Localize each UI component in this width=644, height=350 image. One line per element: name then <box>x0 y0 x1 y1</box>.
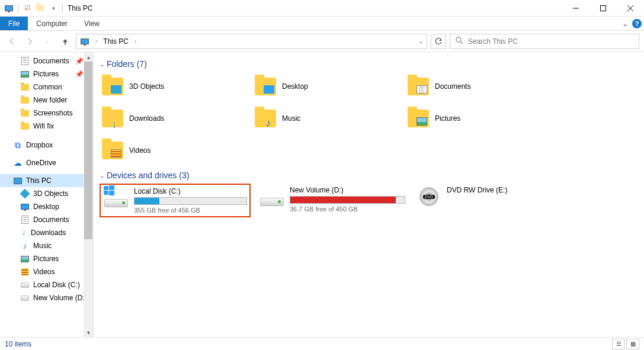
nav-pictures[interactable]: Pictures📌 <box>0 68 93 81</box>
nav-forward-button[interactable] <box>23 34 37 49</box>
content-area[interactable]: ⌄ Folders (7) 3D Objects Desktop Documen… <box>94 52 644 337</box>
nav-item-label: Pictures <box>33 255 59 263</box>
minimize-button[interactable] <box>562 0 589 17</box>
nav-up-button[interactable] <box>58 34 72 49</box>
svg-rect-1 <box>601 5 606 11</box>
help-button[interactable]: ? <box>630 17 644 30</box>
nav-screenshots[interactable]: Screenshots <box>0 107 93 120</box>
drive-dvd-e[interactable]: DVD DVD RW Drive (E:) <box>414 184 565 217</box>
search-box[interactable] <box>450 34 639 49</box>
qat-properties-icon[interactable]: ☑ <box>22 3 33 14</box>
drive-usage-bar <box>134 197 247 205</box>
maximize-button[interactable] <box>589 0 617 17</box>
view-tiles-button[interactable]: ▦ <box>626 339 639 349</box>
folder-label: Desktop <box>282 82 308 91</box>
svg-rect-6 <box>104 186 108 190</box>
folder-documents[interactable]: Documents <box>405 72 553 101</box>
thispc-icon <box>13 176 23 185</box>
tab-computer[interactable]: Computer <box>28 17 76 30</box>
status-bar: 10 items ☰ ▦ <box>0 337 644 350</box>
chevron-down-icon[interactable]: ⌄ <box>100 61 104 68</box>
folder-label: Pictures <box>435 114 460 123</box>
scroll-down-icon[interactable]: ▾ <box>84 327 93 337</box>
breadcrumb-separator-icon[interactable]: › <box>132 38 139 44</box>
folder-pictures[interactable]: Pictures <box>405 104 553 133</box>
address-history-dropdown-icon[interactable]: ⌄ <box>418 38 423 44</box>
nav-item-label: Videos <box>33 268 55 276</box>
address-bar[interactable]: › This PC › ⌄ <box>76 34 427 49</box>
nav-item-label: Wifi fix <box>33 122 54 130</box>
folder-videos[interactable]: Videos <box>100 136 248 165</box>
folder-downloads[interactable]: ↓ Downloads <box>100 104 248 133</box>
title-bar: ☑ ▾ This PC <box>0 0 644 17</box>
nav-back-button[interactable] <box>5 34 19 49</box>
pin-icon: 📌 <box>75 57 84 65</box>
folder-label: Music <box>282 114 300 123</box>
breadcrumb-separator-icon[interactable]: › <box>93 38 100 44</box>
ribbon-expand-icon[interactable]: ⌄ <box>620 17 630 30</box>
nav-videos[interactable]: Videos <box>0 265 93 278</box>
folder-3dobjects[interactable]: 3D Objects <box>100 72 248 101</box>
folder-label: Documents <box>435 82 471 91</box>
drive-usage-bar <box>290 196 405 204</box>
nav-onedrive[interactable]: ☁OneDrive <box>0 156 93 169</box>
nav-item-label: Desktop <box>33 203 59 211</box>
folder-desktop[interactable]: Desktop <box>252 72 401 101</box>
svg-rect-8 <box>104 191 108 195</box>
navigation-pane[interactable]: Documents📌 Pictures📌 Common New folder S… <box>0 52 94 337</box>
pin-icon: 📌 <box>75 70 84 78</box>
search-icon <box>455 36 463 46</box>
svg-rect-9 <box>109 191 114 195</box>
ribbon-tabs: File Computer View ⌄ ? <box>0 17 644 31</box>
drive-name: Local Disk (C:) <box>134 187 247 195</box>
nav-scrollbar[interactable]: ▴ ▾ <box>84 52 93 337</box>
view-details-button[interactable]: ☰ <box>612 339 625 349</box>
nav-newvolume[interactable]: New Volume (D:) <box>0 291 93 304</box>
nav-common[interactable]: Common <box>0 81 93 94</box>
download-icon: ↓ <box>20 229 27 236</box>
nav-localdisk[interactable]: Local Disk (C:) <box>0 278 93 291</box>
chevron-down-icon[interactable]: ⌄ <box>100 172 104 179</box>
onedrive-icon: ☁ <box>13 158 23 168</box>
breadcrumb[interactable]: This PC <box>103 37 129 46</box>
tab-view[interactable]: View <box>76 17 108 30</box>
qat-new-folder-icon[interactable] <box>35 3 46 14</box>
folder-label: Videos <box>129 146 150 155</box>
group-header-folders[interactable]: ⌄ Folders (7) <box>100 59 644 69</box>
nav-desktop[interactable]: Desktop <box>0 200 93 213</box>
folder-music[interactable]: ♪ Music <box>252 104 401 133</box>
tab-file[interactable]: File <box>0 17 28 30</box>
drive-local-c[interactable]: Local Disk (C:) 355 GB free of 456 GB <box>100 184 251 217</box>
nav-wififix[interactable]: Wifi fix <box>0 120 93 133</box>
qat-dropdown-icon[interactable]: ▾ <box>48 3 59 14</box>
nav-thispc[interactable]: This PC <box>0 174 93 187</box>
group-count: (3) <box>179 171 189 180</box>
nav-dropbox[interactable]: ⧉Dropbox <box>0 139 93 152</box>
drive-new-volume-d[interactable]: New Volume (D:) 36.7 GB free of 450 GB <box>257 184 408 217</box>
nav-documents[interactable]: Documents📌 <box>0 54 93 68</box>
group-header-drives[interactable]: ⌄ Devices and drives (3) <box>100 171 644 180</box>
nav-newfolder[interactable]: New folder <box>0 94 93 107</box>
window-title: This PC <box>68 4 562 12</box>
music-icon: ♪ <box>20 241 30 251</box>
dropbox-icon: ⧉ <box>13 140 23 150</box>
drive-free-text: 36.7 GB free of 450 GB <box>290 205 405 213</box>
scroll-up-icon[interactable]: ▴ <box>84 52 93 62</box>
nav-item-label: Documents <box>33 57 69 65</box>
nav-documents2[interactable]: Documents <box>0 213 93 226</box>
nav-3dobjects[interactable]: 3D Objects <box>0 187 93 200</box>
address-location-icon <box>80 37 89 46</box>
nav-item-label: OneDrive <box>26 159 56 167</box>
folder-label: Downloads <box>129 114 164 123</box>
search-input[interactable] <box>468 37 634 46</box>
nav-item-label: Pictures <box>33 70 59 78</box>
nav-item-label: Dropbox <box>26 141 53 149</box>
nav-pictures2[interactable]: Pictures <box>0 252 93 265</box>
nav-downloads[interactable]: ↓Downloads <box>0 226 93 239</box>
svg-line-5 <box>460 41 463 44</box>
nav-recent-dropdown[interactable]: ⌄ <box>40 34 55 49</box>
close-button[interactable] <box>617 0 644 17</box>
refresh-button[interactable] <box>431 34 446 49</box>
nav-music[interactable]: ♪Music <box>0 239 93 252</box>
scroll-thumb[interactable] <box>84 62 92 239</box>
